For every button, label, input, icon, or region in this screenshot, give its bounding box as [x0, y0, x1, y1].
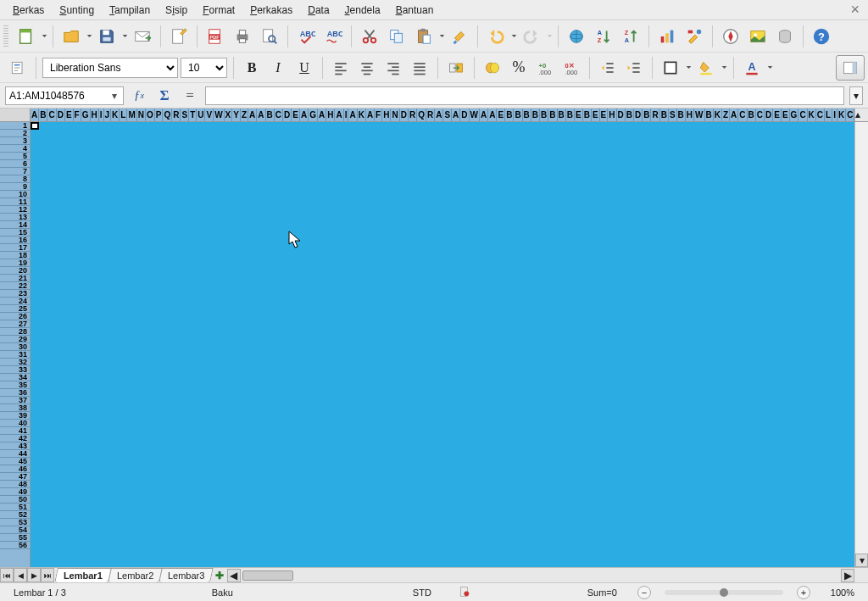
align-right-button[interactable]	[381, 56, 405, 80]
merge-cells-button[interactable]	[444, 56, 468, 80]
add-sheet-button[interactable]: ✚	[212, 568, 227, 582]
bgcolor-dropdown[interactable]	[721, 64, 727, 70]
borders-button[interactable]	[659, 56, 682, 80]
sum-button[interactable]: Σ	[154, 86, 175, 105]
sidepanel-button[interactable]	[836, 55, 865, 81]
zoom-out-button[interactable]: −	[637, 586, 651, 599]
paste-button[interactable]	[411, 24, 437, 49]
tab-last-button[interactable]: ⏭	[41, 568, 54, 582]
fontcolor-button[interactable]: A	[740, 56, 764, 80]
redo-button[interactable]	[519, 24, 544, 49]
equals-button[interactable]: =	[180, 86, 200, 105]
zoom-in-button[interactable]: +	[797, 586, 810, 599]
sheet-indicator[interactable]: Lembar 1 / 3	[7, 587, 73, 598]
menu-berkas[interactable]: Berkas	[5, 3, 52, 18]
remove-decimal-button[interactable]: 0✕.000	[559, 56, 583, 80]
cell-grid[interactable]	[31, 122, 854, 567]
scroll-up-icon[interactable]: ▴	[854, 109, 868, 121]
underline-button[interactable]: U	[292, 56, 316, 80]
name-box[interactable]: ▾	[5, 86, 124, 105]
datasources-button[interactable]	[772, 24, 798, 49]
column-headers[interactable]: ABCDEFGHIJKLMNOPQRSTUVWXYZAABCDEAGAHAIAK…	[31, 109, 854, 121]
hyperlink-button[interactable]	[564, 24, 589, 49]
save-dropdown[interactable]	[121, 33, 128, 39]
menu-perkakas[interactable]: Perkakas	[242, 3, 300, 18]
bold-button[interactable]: B	[240, 56, 264, 80]
page-style[interactable]: Baku	[205, 587, 240, 598]
email-button[interactable]	[130, 24, 155, 49]
align-left-button[interactable]	[329, 56, 353, 80]
percent-button[interactable]: %	[507, 56, 531, 80]
paste-dropdown[interactable]	[438, 33, 445, 39]
chart-button[interactable]	[654, 24, 680, 49]
scroll-left-icon[interactable]: ◀	[227, 569, 241, 582]
italic-button[interactable]: I	[266, 56, 290, 80]
help-button[interactable]: ?	[809, 24, 834, 49]
add-decimal-button[interactable]: +0.000	[533, 56, 557, 80]
format-paintbrush-button[interactable]	[447, 24, 472, 49]
vertical-scrollbar[interactable]: ▾	[854, 122, 868, 567]
undo-dropdown[interactable]	[510, 33, 517, 39]
sum-indicator[interactable]: Sum=0	[581, 587, 624, 598]
redo-dropdown[interactable]	[546, 33, 553, 39]
menu-format[interactable]: Format	[195, 3, 242, 18]
fontcolor-dropdown[interactable]	[766, 64, 773, 70]
row-headers[interactable]: 1234567891011121314151617181920212223242…	[0, 122, 31, 567]
open-button[interactable]	[58, 24, 84, 49]
edit-mode-button[interactable]	[166, 24, 192, 49]
show-draw-button[interactable]	[682, 24, 707, 49]
spellcheck-button[interactable]: ABC	[293, 24, 319, 49]
auto-spellcheck-button[interactable]: ABC	[320, 24, 346, 49]
tab-prev-button[interactable]: ◀	[14, 568, 27, 582]
horizontal-scrollbar[interactable]: ◀ ▶	[227, 568, 854, 582]
sheet-tab[interactable]: Lembar2	[108, 568, 163, 582]
sort-asc-button[interactable]: AZ	[591, 24, 616, 49]
menu-sisip[interactable]: Sisip	[158, 3, 195, 18]
signature-icon[interactable]	[452, 586, 477, 599]
tab-first-button[interactable]: ⏮	[0, 568, 14, 582]
undo-button[interactable]	[483, 24, 509, 49]
print-preview-button[interactable]	[257, 24, 282, 49]
font-size-select[interactable]: 10	[181, 58, 227, 78]
align-center-button[interactable]	[355, 56, 379, 80]
gallery-button[interactable]	[745, 24, 771, 49]
new-dropdown[interactable]	[41, 33, 47, 39]
currency-button[interactable]	[481, 56, 504, 80]
cut-button[interactable]	[357, 24, 382, 49]
bgcolor-button[interactable]	[694, 56, 718, 80]
open-dropdown[interactable]	[86, 33, 92, 39]
print-button[interactable]	[230, 24, 255, 49]
toolbar-handle[interactable]	[3, 25, 8, 47]
new-document-button[interactable]	[14, 24, 39, 49]
function-wizard-button[interactable]: ƒx	[129, 86, 149, 105]
navigator-button[interactable]	[718, 24, 743, 49]
tab-next-button[interactable]: ▶	[27, 568, 41, 582]
menu-sunting[interactable]: Sunting	[52, 3, 102, 18]
sort-desc-button[interactable]: ZA	[618, 24, 643, 49]
styles-button[interactable]	[6, 56, 30, 80]
sheet-tab[interactable]: Lembar3	[159, 568, 214, 582]
menu-tampilan[interactable]: Tampilan	[102, 3, 158, 18]
formula-input[interactable]	[205, 86, 844, 105]
select-all-corner[interactable]	[0, 109, 31, 122]
name-box-input[interactable]	[9, 90, 108, 102]
borders-dropdown[interactable]	[685, 64, 692, 70]
increase-indent-button[interactable]	[622, 56, 646, 80]
zoom-slider[interactable]	[665, 590, 783, 595]
close-window-icon[interactable]: ×	[847, 1, 863, 19]
copy-button[interactable]	[384, 24, 409, 49]
menu-bantuan[interactable]: Bantuan	[388, 3, 442, 18]
insert-mode[interactable]: STD	[406, 587, 438, 598]
name-box-dropdown-icon[interactable]: ▾	[108, 90, 120, 102]
export-pdf-button[interactable]: PDF	[203, 24, 228, 49]
sheet-tab[interactable]: Lembar1	[54, 568, 111, 582]
align-justify-button[interactable]	[408, 56, 431, 80]
formula-expand-button[interactable]: ▾	[849, 86, 863, 105]
save-button[interactable]	[94, 24, 120, 49]
zoom-level[interactable]: 100%	[824, 587, 861, 598]
font-name-select[interactable]: Liberation Sans	[42, 58, 178, 78]
menu-data[interactable]: Data	[300, 3, 337, 18]
menu-jendela[interactable]: Jendela	[337, 3, 388, 18]
scroll-down-icon[interactable]: ▾	[855, 554, 868, 567]
scroll-right-icon[interactable]: ▶	[841, 569, 854, 582]
